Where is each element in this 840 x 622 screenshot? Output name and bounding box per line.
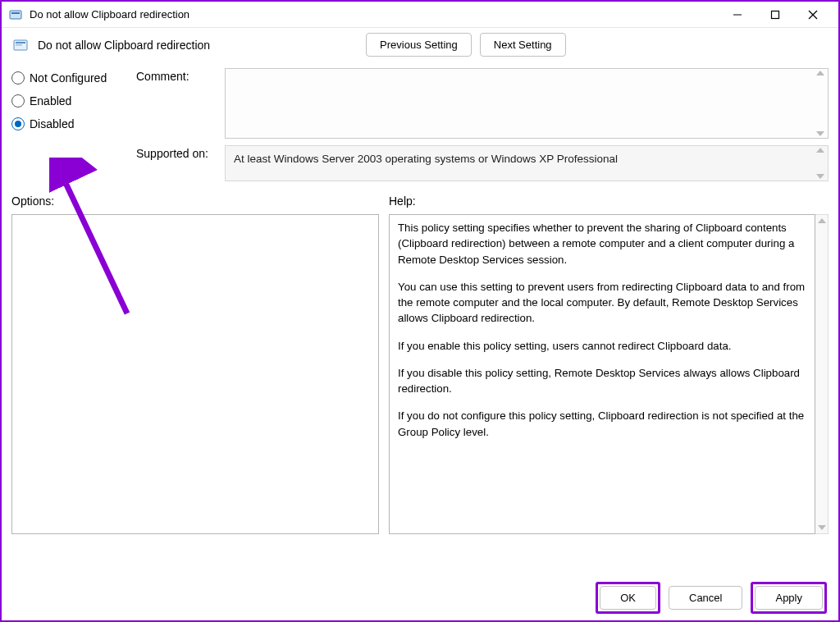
svg-rect-0 [10,11,21,19]
cancel-button[interactable]: Cancel [669,586,742,610]
header-row: Do not allow Clipboard redirection Previ… [2,28,838,65]
radio-label: Enabled [30,94,71,107]
help-paragraph: If you do not configure this policy sett… [398,408,806,440]
maximize-button[interactable] [756,2,794,27]
scroll-down-icon [818,525,826,530]
section-labels: Options: Help: [2,186,838,211]
scroll-up-icon [816,71,824,75]
help-section-label: Help: [389,194,829,208]
help-text: This policy setting specifies whether to… [389,214,815,534]
options-section-label: Options: [11,194,379,208]
next-setting-button[interactable]: Next Setting [480,33,566,57]
close-button[interactable] [794,2,832,27]
help-scrollbar[interactable] [815,214,829,534]
radio-icon [11,94,25,107]
help-paragraph: If you disable this policy setting, Remo… [398,365,806,397]
svg-rect-1 [11,12,20,14]
help-paragraph: If you enable this policy setting, users… [398,338,806,354]
scroll-up-icon [816,148,824,153]
window-title: Do not allow Clipboard redirection [30,8,719,21]
radio-icon [11,71,25,85]
window-controls [719,2,832,27]
comment-input[interactable] [225,68,829,139]
svg-rect-3 [772,11,779,18]
scroll-down-icon [816,131,824,136]
annotation-highlight: Apply [751,582,827,614]
scroll-down-icon [816,174,824,179]
ok-button[interactable]: OK [600,586,656,610]
svg-rect-8 [16,44,22,46]
minimize-button[interactable] [719,2,756,27]
help-paragraph: This policy setting specifies whether to… [398,220,806,268]
policy-icon [11,36,30,54]
previous-setting-button[interactable]: Previous Setting [366,33,472,57]
annotation-highlight: OK [596,582,660,614]
supported-on-value: At least Windows Server 2003 operating s… [225,145,829,181]
help-paragraph: You can use this setting to prevent user… [398,279,806,327]
supported-on-label: Supported on: [136,145,218,160]
options-box [11,214,379,534]
comment-label: Comment: [136,68,218,83]
footer-buttons: OK Cancel Apply [596,582,827,614]
policy-title: Do not allow Clipboard redirection [38,39,210,52]
lower-panel: This policy setting specifies whether to… [2,211,838,539]
radio-enabled[interactable]: Enabled [11,94,126,107]
apply-button[interactable]: Apply [755,586,823,610]
supported-scrollbar[interactable] [815,148,826,179]
radio-icon [11,117,25,130]
titlebar: Do not allow Clipboard redirection [2,2,838,28]
upper-panel: Not Configured Enabled Disabled Comment:… [2,65,838,186]
svg-rect-7 [16,42,25,43]
state-radio-group: Not Configured Enabled Disabled [11,68,126,181]
fields-column: Comment: Supported on: At least Windows … [136,68,829,181]
radio-not-configured[interactable]: Not Configured [11,71,126,85]
help-wrap: This policy setting specifies whether to… [389,214,829,534]
app-icon [8,7,23,22]
radio-disabled[interactable]: Disabled [11,117,126,130]
scroll-up-icon [818,218,826,223]
comment-scrollbar[interactable] [815,71,826,136]
radio-label: Not Configured [30,71,107,85]
radio-label: Disabled [30,117,74,130]
